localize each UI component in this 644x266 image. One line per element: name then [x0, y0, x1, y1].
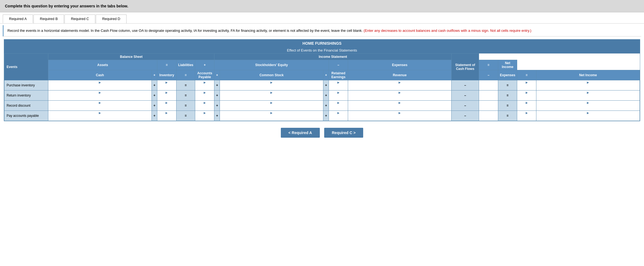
- payap-expenses[interactable]: [479, 111, 498, 121]
- equals-1-header: =: [157, 60, 176, 70]
- purchase-expenses-input[interactable]: [479, 82, 498, 88]
- payap-inventory[interactable]: ▶: [157, 111, 176, 121]
- purchase-ap-input[interactable]: [195, 84, 214, 90]
- equals-op-3: =: [176, 90, 195, 100]
- purchase-expenses[interactable]: [479, 80, 498, 90]
- discount-re-input[interactable]: [329, 104, 348, 111]
- purchase-cs[interactable]: ▶: [220, 80, 323, 90]
- plus-cash-header: +: [152, 70, 157, 80]
- balance-sheet-header: Balance Sheet: [48, 53, 214, 60]
- payap-expenses-input[interactable]: [479, 113, 498, 119]
- return-ap-input[interactable]: [195, 94, 214, 100]
- equals-ni-header: =: [517, 70, 536, 80]
- bottom-nav: < Required A Required C >: [0, 124, 644, 143]
- top-banner: Complete this question by entering your …: [0, 0, 644, 12]
- payap-cash[interactable]: ▶: [48, 111, 152, 121]
- tab-required-d[interactable]: Required D: [96, 15, 127, 23]
- discount-scf-input[interactable]: [536, 104, 640, 111]
- purchase-revenue-input[interactable]: [348, 84, 451, 90]
- purchase-cash[interactable]: ▶: [48, 80, 152, 90]
- purchase-revenue[interactable]: ▶: [348, 80, 452, 90]
- return-cs[interactable]: ▶: [220, 90, 323, 100]
- equals-op-6: =: [498, 100, 517, 111]
- discount-expenses-input[interactable]: [479, 103, 498, 109]
- return-expenses-input[interactable]: [479, 92, 498, 98]
- discount-cash[interactable]: ▶: [48, 100, 152, 111]
- return-cash-input[interactable]: [48, 94, 152, 100]
- instructions-box: Record the events in a horizontal statem…: [3, 25, 641, 36]
- tab-required-b[interactable]: Required B: [33, 15, 64, 23]
- tab-required-c[interactable]: Required C: [65, 15, 95, 23]
- purchase-scf[interactable]: ▶: [536, 80, 640, 90]
- discount-cs-input[interactable]: [220, 104, 323, 111]
- discount-ni-input[interactable]: [517, 104, 536, 111]
- purchase-re[interactable]: ▶: [329, 80, 348, 90]
- payap-revenue-input[interactable]: [348, 115, 451, 121]
- return-re[interactable]: ▶: [329, 90, 348, 100]
- discount-ap[interactable]: ▶: [195, 100, 214, 111]
- discount-cash-input[interactable]: [48, 104, 152, 111]
- statement-of-cash-flows-header: Statement of Cash Flows: [452, 53, 479, 80]
- purchase-inventory[interactable]: ▶: [157, 80, 176, 90]
- equals-op-1: =: [176, 80, 195, 90]
- payap-ap[interactable]: ▶: [195, 111, 214, 121]
- payap-ni-input[interactable]: [517, 115, 536, 121]
- return-ni[interactable]: ▶: [517, 90, 536, 100]
- row-label-pay-ap: Pay accounts payable: [4, 111, 48, 121]
- discount-expenses[interactable]: [479, 100, 498, 111]
- purchase-re-input[interactable]: [329, 84, 348, 90]
- return-revenue[interactable]: ▶: [348, 90, 452, 100]
- next-required-c-button[interactable]: Required C >: [324, 128, 363, 138]
- tab-required-a[interactable]: Required A: [3, 15, 33, 23]
- purchase-ap[interactable]: ▶: [195, 80, 214, 90]
- payap-ap-input[interactable]: [195, 115, 214, 121]
- inventory-header: Inventory: [157, 70, 176, 80]
- return-ni-input[interactable]: [517, 94, 536, 100]
- payap-inventory-input[interactable]: [157, 115, 176, 121]
- discount-re[interactable]: ▶: [329, 100, 348, 111]
- payap-re-input[interactable]: [329, 115, 348, 121]
- payap-cash-input[interactable]: [48, 115, 152, 121]
- discount-ap-input[interactable]: [195, 104, 214, 111]
- return-ap[interactable]: ▶: [195, 90, 214, 100]
- payap-scf[interactable]: ▶: [536, 111, 640, 121]
- return-revenue-input[interactable]: [348, 94, 451, 100]
- return-inventory[interactable]: ▶: [157, 90, 176, 100]
- purchase-cs-input[interactable]: [220, 84, 323, 90]
- discount-ni[interactable]: ▶: [517, 100, 536, 111]
- return-inventory-input[interactable]: [157, 94, 176, 100]
- discount-inventory-input[interactable]: [157, 104, 176, 111]
- discount-revenue[interactable]: ▶: [348, 100, 452, 111]
- equals-op-5: =: [176, 100, 195, 111]
- minus-op-4: –: [452, 111, 479, 121]
- return-scf-input[interactable]: [536, 94, 640, 100]
- return-re-input[interactable]: [329, 94, 348, 100]
- purchase-inventory-input[interactable]: [157, 84, 176, 90]
- payap-ni[interactable]: ▶: [517, 111, 536, 121]
- return-cs-input[interactable]: [220, 94, 323, 100]
- purchase-ni[interactable]: ▶: [517, 80, 536, 90]
- payap-scf-input[interactable]: [536, 115, 640, 121]
- payap-revenue[interactable]: ▶: [348, 111, 452, 121]
- revenue-header: Revenue: [348, 70, 452, 80]
- purchase-scf-input[interactable]: [536, 84, 640, 90]
- payap-re[interactable]: ▶: [329, 111, 348, 121]
- return-expenses[interactable]: [479, 90, 498, 100]
- return-scf[interactable]: ▶: [536, 90, 640, 100]
- discount-revenue-input[interactable]: [348, 104, 451, 111]
- plus-op-11: +: [214, 111, 220, 121]
- purchase-ni-input[interactable]: [517, 84, 536, 90]
- events-header: Events: [4, 53, 48, 80]
- discount-scf[interactable]: ▶: [536, 100, 640, 111]
- prev-required-a-button[interactable]: < Required A: [281, 128, 320, 138]
- payap-cs[interactable]: ▶: [220, 111, 323, 121]
- minus-op-3: –: [452, 100, 479, 111]
- plus-op-10: +: [152, 111, 157, 121]
- discount-inventory[interactable]: ▶: [157, 100, 176, 111]
- payap-cs-input[interactable]: [220, 115, 323, 121]
- equals-op-4: =: [498, 90, 517, 100]
- table-subtitle: Effect of Events on the Financial Statem…: [4, 47, 640, 53]
- discount-cs[interactable]: ▶: [220, 100, 323, 111]
- purchase-cash-input[interactable]: [48, 84, 152, 90]
- return-cash[interactable]: ▶: [48, 90, 152, 100]
